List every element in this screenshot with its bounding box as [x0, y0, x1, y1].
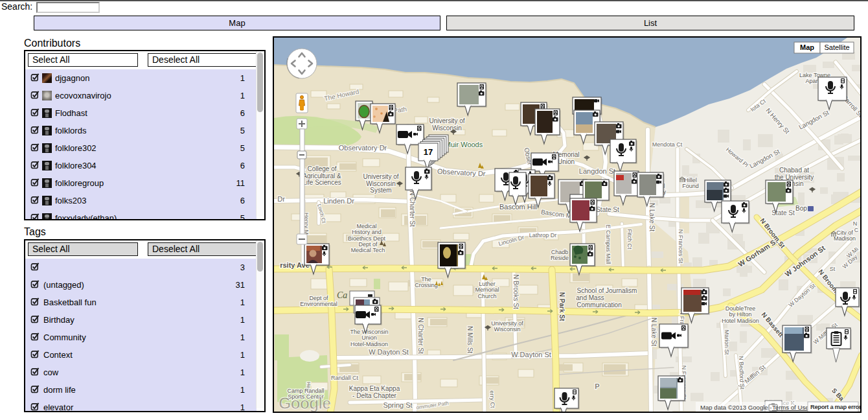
svg-text:Mendota Ct: Mendota Ct	[652, 141, 683, 148]
svg-text:17: 17	[424, 147, 433, 157]
svg-text:Church: Church	[477, 293, 496, 299]
svg-text:Bop: Bop	[795, 205, 807, 212]
svg-text:and Mass: and Mass	[576, 294, 604, 301]
svg-text:Communication: Communication	[577, 301, 621, 309]
svg-text:Lathrop Dr: Lathrop Dr	[529, 232, 557, 239]
svg-text:C: C	[854, 227, 859, 233]
svg-text:St: St	[830, 266, 836, 272]
svg-text:N Frances St: N Frances St	[678, 229, 684, 264]
svg-text:Map data ©2013 Google -: Map data ©2013 Google -	[700, 404, 772, 411]
svg-text:Report a map error: Report a map error	[810, 404, 860, 410]
svg-text:Linden Dr: Linden Dr	[323, 197, 354, 205]
svg-text:Map: Map	[800, 43, 814, 51]
svg-text:E Campus Mall: E Campus Mall	[605, 224, 611, 264]
svg-text:Muir Woods: Muir Woods	[445, 141, 483, 148]
svg-text:Hotel Madison: Hotel Madison	[722, 318, 759, 324]
svg-text:Wisconsin: Wisconsin	[366, 180, 396, 187]
svg-text:W Dayton St: W Dayton St	[511, 351, 551, 358]
svg-text:Satellite: Satellite	[824, 43, 849, 51]
svg-text:N Charter St: N Charter St	[417, 318, 424, 354]
svg-text:School of Journalism: School of Journalism	[577, 287, 637, 294]
svg-text:Observatory Dr: Observatory Dr	[339, 144, 387, 152]
svg-text:erry Ct: erry Ct	[489, 390, 496, 408]
svg-text:- Delta Chapter: - Delta Chapter	[352, 392, 396, 399]
svg-text:Randall Ct: Randall Ct	[331, 375, 359, 381]
svg-text:N Bedford St: N Bedford St	[738, 356, 746, 390]
svg-text:N Lake St: N Lake St	[648, 203, 656, 231]
svg-text:Terms of Use: Terms of Use	[772, 404, 809, 411]
svg-text:N Park St: N Park St	[558, 292, 565, 321]
svg-text:P: P	[595, 382, 599, 390]
svg-text:W Dayton St: W Dayton St	[369, 348, 409, 356]
svg-text:Medical Tech: Medical Tech	[351, 247, 385, 253]
svg-text:System: System	[370, 187, 391, 194]
svg-text:Found: Found	[682, 183, 699, 189]
svg-text:Langdon St: Langdon St	[579, 167, 615, 175]
svg-text:Wisconsin: Wisconsin	[494, 326, 520, 332]
svg-text:Bascom Hill: Bascom Hill	[499, 203, 537, 211]
svg-text:Crossing: Crossing	[415, 282, 438, 288]
svg-text:N: N	[853, 220, 858, 227]
svg-text:er: er	[420, 410, 424, 412]
svg-text:Google: Google	[279, 394, 331, 412]
svg-text:University of: University of	[363, 173, 398, 180]
svg-text:Chabad at: Chabad at	[779, 167, 809, 174]
svg-text:Fitch Ct: Fitch Ct	[626, 229, 633, 250]
svg-text:Dr: Dr	[277, 195, 285, 203]
svg-text:the University: the University	[775, 174, 814, 181]
svg-text:Kappa Eta Kappa: Kappa Eta Kappa	[349, 385, 400, 392]
svg-text:N Brooks St: N Brooks St	[512, 274, 520, 309]
svg-text:N Lake St: N Lake St	[650, 318, 657, 346]
svg-text:Wisconsin: Wisconsin	[432, 124, 462, 132]
svg-text:Life Sciences: Life Sciences	[303, 179, 341, 186]
svg-text:Marion St: Marion St	[724, 330, 730, 355]
svg-text:University of: University of	[429, 117, 464, 124]
svg-text:Madison: Madison	[834, 235, 856, 242]
svg-text:Reside: Reside	[551, 255, 569, 261]
svg-text:Ca: Ca	[337, 290, 347, 300]
svg-text:Hotel-Madison: Hotel-Madison	[350, 341, 388, 347]
svg-text:College of: College of	[307, 165, 336, 172]
svg-text:Union: Union	[558, 158, 575, 165]
svg-text:N Mills St: N Mills St	[466, 326, 474, 353]
svg-text:Environmental: Environmental	[300, 301, 337, 307]
svg-text:State St: State St	[596, 206, 619, 213]
svg-text:Spring St: Spring St	[383, 401, 412, 409]
svg-text:Agricultural &: Agricultural &	[303, 172, 341, 180]
